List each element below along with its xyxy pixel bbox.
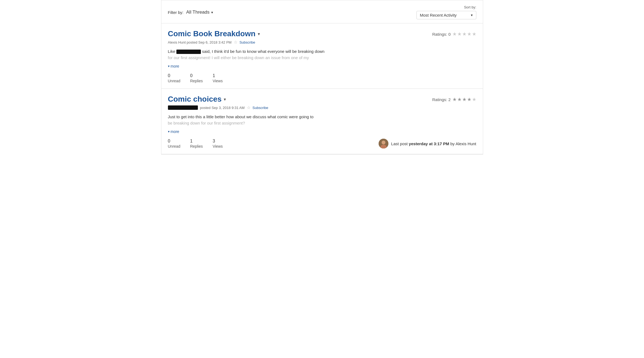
thread-posted-date: posted Sep 3, 2018 9:31 AM [200, 106, 245, 110]
author-redacted [168, 105, 198, 110]
thread-meta: posted Sep 3, 2018 9:31 AM ☆ Subscribe [168, 105, 476, 110]
more-link[interactable]: ▾ more [168, 64, 476, 68]
chevron-down-icon: ▾ [168, 64, 170, 68]
star-icon: ★ [457, 96, 462, 102]
thread-bottom-row: 0 Unread 1 Replies 3 Views [168, 134, 476, 148]
stat-number: 0 [190, 73, 203, 78]
stat-number: 3 [213, 139, 223, 144]
subscribe-link[interactable]: Subscribe [253, 106, 268, 110]
ratings-label: Ratings: 0 [432, 32, 451, 37]
stat-label: Views [213, 79, 223, 83]
star-icon: ★ [467, 31, 471, 37]
thread-item: Comic Book Breakdown ▾ Ratings: 0 ★ ★ ★ … [161, 23, 483, 89]
redacted-name [176, 50, 201, 54]
chevron-down-icon: ▾ [168, 130, 170, 134]
thread-ratings: Ratings: 2 ★ ★ ★ ★ ★ [432, 96, 476, 102]
filter-value: All Threads [186, 10, 210, 15]
stat-unread: 0 Unread [168, 73, 180, 83]
preview-line2: for our first assignment! I will either … [168, 55, 476, 61]
sort-section: Sort by: Most Recent Activity ▾ [416, 5, 476, 19]
star-icon: ★ [457, 31, 462, 37]
stat-number: 1 [190, 139, 203, 144]
thread-title-chevron-icon[interactable]: ▾ [224, 97, 226, 102]
stat-views: 1 Views [213, 73, 223, 83]
subscribe-link[interactable]: Subscribe [240, 40, 255, 44]
stat-label: Views [213, 144, 223, 148]
stat-number: 1 [213, 73, 223, 78]
chevron-down-icon: ▾ [211, 10, 213, 14]
preview-line2: be breaking down for our first assignmen… [168, 120, 476, 126]
star-favorite-icon[interactable]: ☆ [234, 40, 237, 45]
thread-title-section: Comic choices ▾ [168, 95, 226, 104]
thread-title-link[interactable]: Comic Book Breakdown [168, 29, 256, 38]
stat-views: 3 Views [213, 139, 223, 148]
stat-number: 0 [168, 139, 180, 144]
svg-point-1 [382, 141, 385, 144]
filter-section: Filter by: All Threads ▾ [168, 10, 213, 15]
stat-number: 0 [168, 73, 180, 78]
thread-author-posted: Alexis Hunt posted Sep 6, 2018 3:42 PM [168, 40, 232, 44]
last-post-text: Last post yesterday at 3:17 PM by Alexis… [391, 141, 476, 146]
sort-label: Sort by: [464, 5, 476, 9]
thread-preview: Just to get into this a little better ho… [168, 114, 476, 126]
thread-ratings: Ratings: 0 ★ ★ ★ ★ ★ [432, 31, 476, 37]
preview-line1: Just to get into this a little better ho… [168, 114, 476, 120]
thread-title-chevron-icon[interactable]: ▾ [258, 31, 260, 37]
more-label: more [171, 129, 179, 134]
stat-label: Unread [168, 144, 180, 148]
thread-item: Comic choices ▾ Ratings: 2 ★ ★ ★ ★ ★ pos… [161, 89, 483, 154]
thread-top-row: Comic choices ▾ Ratings: 2 ★ ★ ★ ★ ★ [168, 95, 476, 104]
thread-preview: Like said, I think it'd be fun to know w… [168, 48, 476, 61]
star-icon: ★ [452, 96, 457, 102]
sort-dropdown[interactable]: Most Recent Activity ▾ [416, 11, 476, 19]
more-label: more [171, 64, 179, 68]
sort-value: Most Recent Activity [420, 13, 468, 17]
star-icon: ★ [467, 96, 471, 102]
page-wrapper: Filter by: All Threads ▾ Sort by: Most R… [161, 0, 483, 154]
thread-stats: 0 Unread 0 Replies 1 Views [168, 73, 476, 83]
stat-label: Unread [168, 79, 180, 83]
stars-container: ★ ★ ★ ★ ★ [452, 96, 476, 102]
stat-replies: 1 Replies [190, 139, 203, 148]
star-icon: ★ [472, 96, 476, 102]
ratings-label: Ratings: 2 [432, 97, 451, 102]
star-icon: ★ [452, 31, 457, 37]
last-post-time: yesterday at 3:17 PM [409, 141, 449, 146]
thread-top-row: Comic Book Breakdown ▾ Ratings: 0 ★ ★ ★ … [168, 29, 476, 38]
star-icon: ★ [472, 31, 476, 37]
stat-label: Replies [190, 144, 203, 148]
thread-stats: 0 Unread 1 Replies 3 Views [168, 139, 223, 148]
avatar [379, 139, 388, 148]
stat-replies: 0 Replies [190, 73, 203, 83]
filter-label: Filter by: [168, 10, 184, 15]
preview-line1: Like said, I think it'd be fun to know w… [168, 48, 476, 55]
more-link[interactable]: ▾ more [168, 129, 476, 134]
stat-unread: 0 Unread [168, 139, 180, 148]
star-icon: ★ [462, 31, 467, 37]
thread-title-section: Comic Book Breakdown ▾ [168, 29, 260, 38]
stat-label: Replies [190, 79, 203, 83]
last-post-section: Last post yesterday at 3:17 PM by Alexis… [379, 139, 476, 148]
star-icon: ★ [462, 96, 467, 102]
chevron-down-icon: ▾ [471, 13, 473, 17]
stars-container: ★ ★ ★ ★ ★ [452, 31, 476, 37]
star-favorite-icon[interactable]: ☆ [247, 105, 250, 110]
header-bar: Filter by: All Threads ▾ Sort by: Most R… [161, 0, 483, 23]
thread-title-link[interactable]: Comic choices [168, 95, 222, 104]
filter-dropdown[interactable]: All Threads ▾ [186, 10, 213, 15]
thread-meta: Alexis Hunt posted Sep 6, 2018 3:42 PM ☆… [168, 40, 476, 45]
